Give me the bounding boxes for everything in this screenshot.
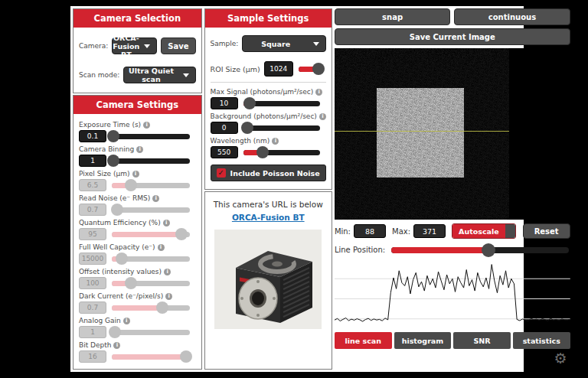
- roi-size-slider[interactable]: [299, 67, 320, 72]
- camera-select-value: ORCA-Fusion BT: [113, 34, 139, 59]
- max-label: Max:: [392, 227, 410, 236]
- max-signal-label: Max Signal (photons/µm²/sec): [211, 88, 314, 96]
- sample-select-value: Square: [243, 40, 309, 48]
- chevron-down-icon: [313, 42, 319, 46]
- line-scan-plot: [335, 259, 570, 329]
- camera-info-panel: This camera's URL is below ORCA-Fusion B…: [204, 191, 332, 370]
- read-noise-slider: [112, 207, 190, 213]
- quantum-efficiency-slider: [112, 232, 190, 237]
- slider-group-background: Background (photons/µm²/sec)i: [211, 112, 326, 134]
- slider-group-wavelength: Wavelength (nm)i: [211, 137, 326, 158]
- full-well-capacity-slider: [112, 256, 190, 262]
- background-input[interactable]: [211, 122, 238, 134]
- info-icon[interactable]: i: [315, 89, 322, 96]
- camera-url-link[interactable]: ORCA-Fusion BT: [232, 213, 305, 222]
- min-label: Min:: [335, 227, 351, 236]
- slider-group-pixel-size: Pixel Size (µm)i: [79, 170, 196, 191]
- slider-group-dark-current: Dark Current (e⁻/pixel/s)i: [79, 292, 196, 314]
- include-poisson-noise-toggle[interactable]: ✓ Include Poisson Noise: [211, 165, 326, 181]
- save-current-image-button[interactable]: Save Current Image: [335, 28, 570, 45]
- tab-statistics[interactable]: statistics: [513, 332, 570, 349]
- line-scan-chart: [335, 259, 570, 329]
- slider-group-full-well-capacity: Full Well Capacity (e⁻)i: [79, 243, 196, 265]
- camera-select[interactable]: ORCA-Fusion BT: [112, 37, 157, 54]
- slider-group-quantum-efficiency: Quantum Efficiency (%)i: [79, 219, 196, 240]
- simulated-image-viewport[interactable]: [335, 48, 570, 220]
- read-noise-label: Read Noise (e⁻ RMS): [79, 194, 150, 202]
- full-well-capacity-label: Full Well Capacity (e⁻): [79, 243, 155, 251]
- pixel-size-label: Pixel Size (µm): [79, 170, 130, 178]
- info-icon[interactable]: i: [123, 318, 130, 324]
- info-icon[interactable]: i: [136, 146, 143, 153]
- info-icon[interactable]: i: [158, 244, 165, 251]
- tab-histogram[interactable]: histogram: [394, 332, 452, 349]
- autoscale-knob[interactable]: [505, 224, 515, 238]
- camera-simulator-app: Camera Selection Camera: ORCA-Fusion BT …: [70, 6, 524, 372]
- scan-mode-label: Scan mode:: [79, 71, 119, 79]
- camera-binning-label: Camera Binning: [79, 145, 134, 153]
- offset-input: [79, 277, 106, 289]
- snap-button[interactable]: snap: [335, 8, 450, 25]
- bit-depth-label: Bit Depth: [79, 341, 111, 349]
- info-icon[interactable]: i: [132, 171, 139, 178]
- slider-group-offset: Offset (intensity values)i: [79, 268, 196, 289]
- settings-gear-icon[interactable]: ⚙: [554, 350, 567, 367]
- scan-mode-select[interactable]: Ultra Quiet scan: [123, 67, 195, 83]
- max-signal-slider[interactable]: [243, 101, 320, 106]
- save-camera-button[interactable]: Save: [161, 37, 195, 54]
- info-icon[interactable]: i: [143, 122, 150, 129]
- camera-binning-slider[interactable]: [112, 158, 190, 164]
- camera-settings-panel: Camera Settings Exposure Time (s)i Camer…: [73, 95, 202, 370]
- full-well-capacity-input: [79, 253, 106, 265]
- noise-image-canvas[interactable]: [335, 48, 509, 220]
- info-icon[interactable]: i: [163, 220, 170, 226]
- camera-label: Camera:: [79, 42, 108, 50]
- tab-line-scan[interactable]: line scan: [335, 332, 392, 349]
- exposure-time-input[interactable]: [79, 130, 106, 142]
- info-icon[interactable]: i: [272, 138, 279, 145]
- offset-slider: [112, 281, 190, 286]
- sample-label: Sample:: [211, 40, 239, 47]
- chevron-down-icon: [183, 73, 189, 77]
- background-label: Background (photons/µm²/sec): [211, 112, 317, 120]
- sample-settings-header: Sample Settings: [205, 9, 332, 28]
- poisson-noise-label: Include Poisson Noise: [230, 169, 320, 178]
- min-input[interactable]: [354, 224, 386, 238]
- info-icon[interactable]: i: [152, 195, 159, 202]
- camera-binning-input[interactable]: [79, 155, 106, 167]
- camera-selection-header: Camera Selection: [74, 9, 201, 28]
- wavelength-slider[interactable]: [243, 150, 320, 155]
- info-icon[interactable]: i: [164, 269, 171, 275]
- info-icon[interactable]: i: [319, 113, 326, 120]
- info-icon[interactable]: i: [113, 342, 120, 349]
- camera-settings-header: Camera Settings: [74, 96, 201, 114]
- divider: [211, 82, 326, 83]
- continuous-button[interactable]: continuous: [454, 8, 570, 25]
- exposure-time-slider[interactable]: [112, 134, 190, 139]
- line-position-slider[interactable]: [391, 247, 568, 253]
- quantum-efficiency-label: Quantum Efficiency (%): [79, 219, 161, 226]
- result-tabs: line scan histogram SNR statistics: [335, 332, 570, 349]
- camera-url-text: This camera's URL is below: [205, 200, 332, 209]
- offset-label: Offset (intensity values): [79, 268, 162, 275]
- background-slider[interactable]: [243, 125, 320, 131]
- analog-gain-label: Analog Gain: [79, 317, 121, 324]
- checkbox-checked-icon[interactable]: ✓: [217, 168, 226, 178]
- slider-group-bit-depth: Bit Depthi: [79, 341, 196, 363]
- wavelength-input[interactable]: [211, 146, 238, 158]
- reset-button[interactable]: Reset: [523, 223, 570, 239]
- autoscale-toggle[interactable]: Autoscale: [452, 223, 516, 239]
- dark-current-input: [79, 301, 106, 314]
- sample-select[interactable]: Square: [242, 35, 326, 52]
- sample-settings-panel: Sample Settings Sample: Square ROI Size …: [204, 8, 332, 190]
- exposure-time-label: Exposure Time (s): [79, 121, 141, 129]
- info-icon[interactable]: i: [165, 293, 172, 300]
- analog-gain-input: [79, 326, 106, 338]
- pixel-size-input: [79, 179, 106, 191]
- max-signal-input[interactable]: [211, 97, 238, 109]
- roi-size-input[interactable]: [264, 61, 293, 77]
- read-noise-input: [79, 204, 106, 216]
- line-position-label: Line Position:: [335, 246, 385, 254]
- tab-snr[interactable]: SNR: [453, 332, 511, 349]
- max-input[interactable]: [413, 224, 446, 238]
